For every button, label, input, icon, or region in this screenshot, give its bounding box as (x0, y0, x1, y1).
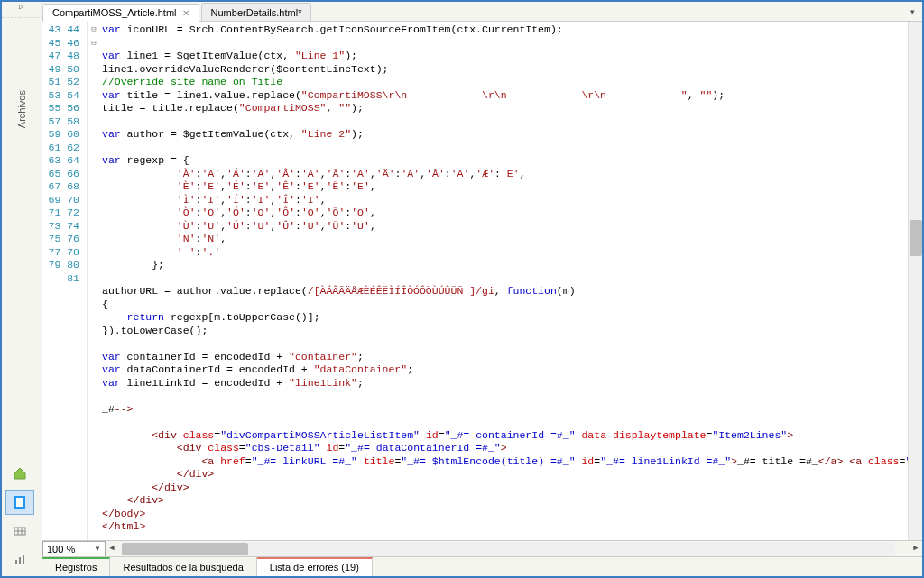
chevron-down-icon: ▼ (94, 545, 101, 553)
stats-icon[interactable] (5, 547, 34, 573)
code-content[interactable]: var iconURL = Srch.ContentBySearch.getIc… (100, 22, 908, 540)
line-number-gutter: 43 44 45 46 47 48 49 50 51 52 53 54 55 5… (42, 22, 88, 540)
tab-label: CompartiMOSS_Article.html (52, 7, 177, 18)
tab-overflow-icon[interactable]: ▾ (907, 5, 919, 18)
sidebar-panel-label[interactable]: Archivos (16, 90, 27, 128)
zoom-selector[interactable]: 100 % ▼ (42, 541, 106, 557)
tab-numberdetails[interactable]: NumberDetails.html* (201, 3, 312, 21)
svg-rect-7 (23, 555, 24, 564)
sidebar-expand-icon[interactable]: ▷ (2, 2, 42, 18)
close-icon[interactable]: ✕ (182, 8, 189, 18)
tab-registros[interactable]: Registros (42, 557, 110, 576)
code-editor[interactable]: 43 44 45 46 47 48 49 50 51 52 53 54 55 5… (42, 22, 922, 540)
tab-errores[interactable]: Lista de errores (19) (257, 557, 373, 576)
document-icon[interactable] (5, 490, 34, 515)
svg-rect-5 (15, 560, 17, 564)
left-sidebar: ▷ Archivos (2, 2, 42, 576)
bottom-panel-tabs: Registros Resultados de la búsqueda List… (42, 556, 922, 576)
fold-gutter[interactable]: ⊟ ⊟ (88, 22, 100, 540)
scrollbar-thumb[interactable] (122, 543, 248, 555)
home-icon[interactable] (5, 461, 34, 486)
scroll-right-icon[interactable]: ▶ (910, 543, 922, 555)
svg-rect-0 (15, 497, 24, 508)
tab-bar: CompartiMOSS_Article.html ✕ NumberDetail… (42, 2, 922, 22)
tab-label: NumberDetails.html* (211, 7, 302, 18)
vertical-scrollbar[interactable] (908, 22, 922, 540)
tab-resultados[interactable]: Resultados de la búsqueda (110, 557, 256, 576)
svg-rect-6 (19, 557, 21, 564)
scrollbar-thumb[interactable] (910, 220, 922, 256)
tab-compartimoss[interactable]: CompartiMOSS_Article.html ✕ (42, 4, 199, 22)
scroll-left-icon[interactable]: ◀ (106, 543, 118, 555)
horizontal-scrollbar[interactable] (122, 542, 895, 556)
table-icon[interactable] (5, 518, 34, 544)
